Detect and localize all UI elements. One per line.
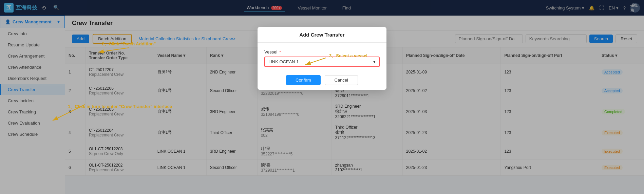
modal-footer: Confirm Cancel <box>258 70 386 90</box>
cancel-button[interactable]: Cancel <box>325 75 358 85</box>
modal-body: Vessel * LINK OCEAN 1 ▾ <box>258 43 386 70</box>
vessel-label: Vessel * <box>264 49 380 55</box>
modal-title: Add Crew Transfer <box>258 27 386 43</box>
confirm-button[interactable]: Confirm <box>286 75 321 85</box>
vessel-select[interactable]: LINK OCEAN 1 ▾ <box>264 57 380 67</box>
modal-overlay: Add Crew Transfer Vessel * LINK OCEAN 1 … <box>0 0 644 194</box>
add-crew-transfer-modal: Add Crew Transfer Vessel * LINK OCEAN 1 … <box>258 27 386 90</box>
vessel-selected-value: LINK OCEAN 1 <box>268 59 299 64</box>
vessel-dropdown-icon: ▾ <box>373 59 376 64</box>
required-mark: * <box>278 49 281 55</box>
